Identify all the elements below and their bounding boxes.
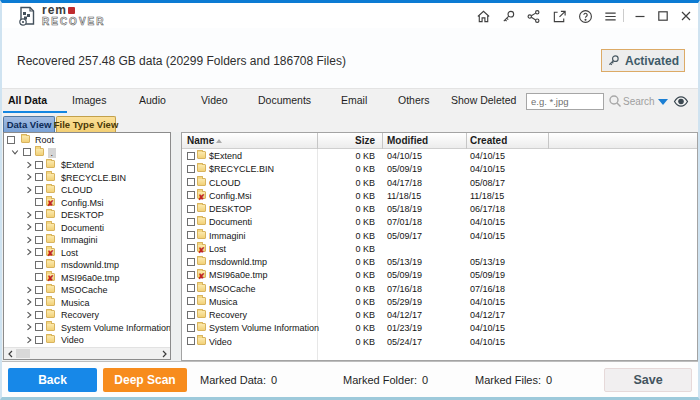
row-checkbox[interactable] [187,178,195,186]
filter-tab-documents[interactable]: Documents [258,94,311,106]
row-checkbox[interactable] [187,152,195,160]
tree-item--extend[interactable]: $Extend [4,159,170,172]
filter-tab-audio[interactable]: Audio [139,94,166,106]
row-checkbox[interactable] [187,284,195,292]
deep-scan-button[interactable]: Deep Scan [103,368,187,392]
open-in-new-icon[interactable] [551,8,567,24]
row-checkbox[interactable] [187,218,195,226]
filter-tab-images[interactable]: Images [72,94,106,106]
table-row-system-volume-information[interactable]: System Volume Information0 KB01/23/1904/… [182,321,697,334]
tree-item-label[interactable]: Recovery [61,310,99,320]
tree-checkbox[interactable] [35,198,43,206]
tree-checkbox[interactable] [35,298,43,306]
search-input[interactable] [526,93,604,110]
chevron-right-icon[interactable] [25,173,33,181]
row-checkbox[interactable] [187,324,195,332]
row-checkbox[interactable] [187,297,195,305]
tree-item-label[interactable]: Immagini [61,235,98,245]
tree-item-label[interactable]: Lost [61,248,78,258]
table-row-video[interactable]: Video0 KB05/24/1704/10/15 [182,335,697,348]
tree-item--recycle-bin[interactable]: $RECYCLE.BIN [4,171,170,184]
filter-tab-others[interactable]: Others [398,94,430,106]
share-icon[interactable] [525,8,541,24]
column-header-created[interactable]: Created [470,135,507,146]
tree-checkbox[interactable] [35,161,43,169]
tree-item-label[interactable]: MSI96a0e.tmp [61,273,120,283]
tree-item-recovery[interactable]: Recovery [4,309,170,322]
tree-checkbox[interactable] [35,186,43,194]
table-row-msocache[interactable]: MSOCache0 KB07/16/1807/16/18 [182,282,697,295]
tree-checkbox[interactable] [35,236,43,244]
tree-item-label[interactable]: Config.Msi [61,198,104,208]
tree-item-label[interactable]: msdownld.tmp [61,260,119,270]
cell-name[interactable]: $Extend [209,151,242,161]
tree-item-msocache[interactable]: MSOCache [4,284,170,297]
table-row-config-msi[interactable]: ✘Config.Msi0 KB11/18/1511/18/15 [182,189,697,202]
cell-name[interactable]: DESKTOP [209,204,252,214]
table-row-lost[interactable]: ✘Lost0 KB [182,242,697,255]
tree-checkbox[interactable] [35,261,43,269]
tree-item-label[interactable]: . [48,148,57,158]
filter-tab-all-data[interactable]: All Data [8,94,47,106]
activated-button[interactable]: Activated [601,49,685,72]
key-icon[interactable] [500,8,516,24]
row-checkbox[interactable] [187,311,195,319]
tree-item-label[interactable]: Video [61,335,84,345]
tree-item-msi96a0e-tmp[interactable]: ✘MSI96a0e.tmp [4,271,170,284]
chevron-right-icon[interactable] [25,286,33,294]
chevron-right-icon[interactable] [25,336,33,344]
tree-checkbox[interactable] [35,223,43,231]
chevron-right-icon[interactable] [25,298,33,306]
column-separator[interactable] [317,133,318,149]
cell-name[interactable]: Lost [209,244,226,254]
search-label[interactable]: Search [623,96,655,107]
column-separator[interactable] [548,133,549,149]
tree-item-config-msi[interactable]: ✘Config.Msi [4,196,170,209]
tree-item-system-volume-information[interactable]: System Volume Information [4,321,170,334]
table-row-cloud[interactable]: CLOUD0 KB04/17/1805/08/17 [182,176,697,189]
tree-checkbox[interactable] [35,311,43,319]
tree-checkbox[interactable] [35,248,43,256]
column-header-size[interactable]: Size [317,135,375,146]
cell-name[interactable]: CLOUD [209,178,241,188]
tree-item-label[interactable]: Musica [61,298,90,308]
row-checkbox[interactable] [187,205,195,213]
chevron-right-icon[interactable] [25,223,33,231]
table-row-immagini[interactable]: Immagini0 KB05/09/1704/10/15 [182,229,697,242]
chevron-right-icon[interactable] [25,186,33,194]
tree-checkbox[interactable] [35,323,43,331]
tree-item-musica[interactable]: Musica [4,296,170,309]
cell-name[interactable]: Recovery [209,310,247,320]
menu-icon[interactable] [602,8,618,24]
cell-name[interactable]: System Volume Information [209,323,319,333]
table-row-msdownld-tmp[interactable]: msdownld.tmp0 KB05/13/1905/13/19 [182,255,697,268]
row-checkbox[interactable] [187,337,195,345]
tree-checkbox[interactable] [35,211,43,219]
tree-checkbox[interactable] [35,336,43,344]
tree-item-root[interactable]: Root [4,134,170,147]
row-checkbox[interactable] [187,258,195,266]
cell-name[interactable]: Video [209,337,232,347]
filter-tab-show-deleted[interactable]: Show Deleted [451,94,516,106]
table-row--extend[interactable]: $Extend0 KB04/10/1504/10/15 [182,149,697,162]
tree-item-video[interactable]: Video [4,334,170,347]
tree-checkbox[interactable] [7,136,15,144]
tree-item-label[interactable]: $Extend [61,160,94,170]
minimize-button[interactable] [632,8,648,24]
tab-data-view[interactable]: Data View [3,116,55,132]
column-separator[interactable] [466,133,467,149]
maximize-button[interactable] [655,8,671,24]
tree-item-msdownld-tmp[interactable]: msdownld.tmp [4,259,170,272]
chevron-right-icon[interactable] [25,323,33,331]
chevron-right-icon[interactable] [25,236,33,244]
cell-name[interactable]: Config.Msi [209,191,252,201]
chevron-right-icon[interactable] [25,161,33,169]
tree-checkbox[interactable] [23,148,31,156]
scroll-left-arrow-icon[interactable] [4,348,16,359]
back-button[interactable]: Back [8,368,97,392]
preview-eye-icon[interactable] [673,95,689,108]
row-checkbox[interactable] [187,244,195,252]
table-row--recycle-bin[interactable]: $RECYCLE.BIN0 KB05/09/1904/10/15 [182,162,697,175]
save-button[interactable]: Save [604,368,692,392]
table-row-msi96a0e-tmp[interactable]: ✘MSI96a0e.tmp0 KB05/09/1905/09/19 [182,268,697,281]
